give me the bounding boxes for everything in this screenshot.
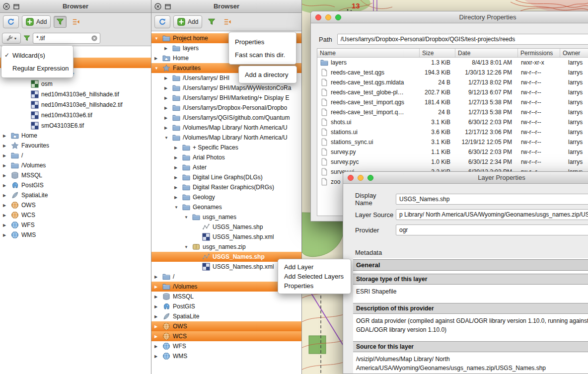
chevron-right-icon[interactable]: ▶	[164, 46, 172, 51]
menu-item-add-selected-layers[interactable]: Add Selected Layers	[278, 272, 351, 281]
chevron-right-icon[interactable]: ▶	[164, 76, 172, 80]
tree-item-postgis[interactable]: ▶PostGIS	[151, 301, 301, 311]
minimize-button[interactable]	[358, 175, 364, 181]
chevron-right-icon[interactable]: ▶	[154, 324, 162, 329]
tree-item-spatialite[interactable]: ▶SpatiaLite	[0, 190, 151, 200]
tree-item-users-larrys-qgis-github-com-quantum[interactable]: ▶/Users/larrys/QGIS/github.com/Quantum	[151, 113, 301, 123]
tree-item-geonames[interactable]: ▼Geonames	[151, 202, 301, 212]
chevron-right-icon[interactable]: ▶	[154, 295, 162, 299]
filter-button[interactable]	[54, 16, 67, 28]
tree-item-wms[interactable]: ▶WMS	[0, 230, 151, 240]
chevron-right-icon[interactable]: ▶	[3, 153, 11, 158]
zoom-button[interactable]	[335, 14, 341, 20]
file-row-reeds-cave-test-import-qgs[interactable]: reeds-cave_test_import.qgs181.4 KiB1/27/…	[317, 97, 588, 107]
chevron-right-icon[interactable]: ▶	[174, 175, 182, 180]
chevron-right-icon[interactable]: ▶	[3, 193, 11, 198]
tree-item-users-larrys-bhi-maps-wywestoncora[interactable]: ▶/Users/larrys/ BHI/Maps/WyWestonCoRa	[151, 83, 301, 93]
chevron-right-icon[interactable]: ▶	[3, 144, 11, 148]
tree-item-volumes-map-library-north-america-u[interactable]: ▶/Volumes/Map Library/ North America/U	[151, 123, 301, 133]
chevron-right-icon[interactable]: ▶	[3, 173, 11, 178]
tree-item-wfs[interactable]: ▶WFS	[0, 220, 151, 230]
chevron-right-icon[interactable]: ▶	[154, 334, 162, 339]
chevron-right-icon[interactable]: ▶	[164, 116, 172, 120]
filter-input[interactable]	[34, 35, 91, 42]
chevron-right-icon[interactable]: ▶	[154, 275, 162, 279]
tree-item-spatialite[interactable]: ▶SpatiaLite	[151, 311, 301, 321]
tree-item-smo43103e6-tif[interactable]: smO43103E6.tif	[0, 120, 151, 131]
close-button[interactable]	[315, 14, 321, 20]
column-header-permissions[interactable]: Permissions	[518, 49, 560, 57]
chevron-right-icon[interactable]: ▶	[174, 195, 182, 200]
chevron-right-icon[interactable]: ▶	[3, 203, 11, 208]
chevron-down-icon[interactable]: ▼	[154, 66, 162, 71]
tree-item-digital-line-graphs-dlgs[interactable]: ▶Digital Line Graphs(DLGs)	[151, 172, 301, 182]
chevron-right-icon[interactable]: ▶	[3, 223, 11, 227]
chevron-right-icon[interactable]: ▶	[3, 163, 11, 168]
chevron-right-icon[interactable]: ▶	[154, 285, 162, 289]
chevron-right-icon[interactable]: ▶	[164, 106, 172, 110]
file-row-survey-py[interactable]: survey.py1.1 KiB6/30/12 2:03 PMrw-r--r--…	[317, 147, 588, 157]
refresh-button[interactable]	[154, 15, 170, 28]
chevron-right-icon[interactable]: ▶	[154, 314, 162, 319]
tree-item-usgs-names-zip[interactable]: ▼usgs_names.zip	[151, 242, 301, 252]
chevron-right-icon[interactable]: ▶	[174, 165, 182, 170]
chevron-down-icon[interactable]: ▼	[174, 205, 182, 210]
file-row-survey-pyc[interactable]: survey.pyc1.0 KiB6/30/12 2:34 PMrw-r--r-…	[317, 157, 588, 167]
chevron-right-icon[interactable]: ▶	[174, 155, 182, 160]
chevron-right-icon[interactable]: ▶	[154, 344, 162, 349]
layer-source-input[interactable]	[396, 209, 588, 220]
file-row-layers[interactable]: layers1.3 KiB8/4/13 8:01 AMrwxr-xr-xlarr…	[317, 58, 588, 68]
tree-item-volumes[interactable]: ▶/Volumes	[0, 160, 151, 170]
file-row-reeds-cave-test-globe-pl[interactable]: reeds-cave_test_globe-pl…202.7 KiB9/12/1…	[317, 87, 588, 97]
menu-item-wildcard-s[interactable]: ✓Wildcard(s)	[1, 49, 73, 62]
chevron-right-icon[interactable]: ▶	[154, 354, 162, 359]
tree-item-ows[interactable]: ▶OWS	[0, 200, 151, 210]
tree-item-osm[interactable]: osm	[0, 78, 151, 89]
menu-item-regular-expression[interactable]: Regular Expression	[1, 62, 73, 75]
tree-item-wms[interactable]: ▶WMS	[151, 351, 301, 361]
chevron-down-icon[interactable]: ▼	[184, 245, 192, 249]
file-row-shots-ui[interactable]: shots.ui3.1 KiB6/30/12 2:03 PMrw-r--r--l…	[317, 117, 588, 127]
dock-float-icon[interactable]	[164, 2, 172, 10]
collapse-all-button[interactable]	[70, 16, 82, 28]
collapse-all-button[interactable]	[221, 16, 234, 28]
chevron-right-icon[interactable]: ▶	[154, 56, 162, 61]
file-row-reeds-cave-test-qgs[interactable]: reeds-cave_test.qgs194.3 KiB1/30/13 12:2…	[317, 68, 588, 77]
add-button[interactable]: Add	[173, 15, 202, 28]
chevron-right-icon[interactable]: ▶	[174, 146, 182, 150]
zoom-button[interactable]	[368, 175, 373, 181]
file-row-stations-ui[interactable]: stations.ui3.6 KiB12/17/12 3:06 PMrw-r--…	[317, 127, 588, 137]
chevron-right-icon[interactable]: ▶	[3, 213, 11, 218]
chevron-right-icon[interactable]: ▶	[3, 233, 11, 237]
tree-item-users-larrys-bhi-marketing-display-e[interactable]: ▶/Users/larrys/ BHI/Marketing/+ Display …	[151, 93, 301, 103]
chevron-down-icon[interactable]: ▼	[184, 215, 192, 220]
file-row-stations-sync-ui[interactable]: stations_sync.ui3.1 KiB12/19/12 12:05 PM…	[317, 137, 588, 147]
dock-float-icon[interactable]	[12, 2, 20, 10]
close-button[interactable]	[348, 175, 354, 181]
column-header-date[interactable]: Date	[455, 49, 518, 57]
display-name-input[interactable]	[396, 194, 588, 205]
chevron-right-icon[interactable]: ▶	[164, 126, 172, 130]
tree-item-row[interactable]: ▶/	[0, 150, 151, 160]
column-header-owner[interactable]: Owner	[560, 49, 588, 57]
tree-item-geology[interactable]: ▶Geology	[151, 192, 301, 202]
column-header-size[interactable]: Size	[420, 49, 455, 57]
file-row-reeds-cave-test-import-q[interactable]: reeds-cave_test_import.q…24 B1/27/13 5:3…	[317, 107, 588, 117]
tree-item-ned10m43103e6-hillshade-tif[interactable]: ned10m43103e6_hillshade.tif	[0, 89, 151, 99]
tree-item-mssql[interactable]: ▶MSSQL	[0, 170, 151, 180]
filter-button[interactable]	[205, 16, 218, 28]
tree-item-postgis[interactable]: ▶PostGIS	[0, 180, 151, 190]
provider-input[interactable]	[396, 224, 588, 235]
chevron-right-icon[interactable]: ▶	[3, 134, 11, 138]
chevron-right-icon[interactable]: ▶	[3, 183, 11, 188]
dock-close-icon[interactable]	[2, 2, 10, 10]
dock-close-icon[interactable]	[154, 2, 162, 10]
chevron-right-icon[interactable]: ▶	[154, 304, 162, 309]
menu-item-fast-scan-this-dir[interactable]: Fast scan this dir.	[229, 48, 296, 61]
chevron-down-icon[interactable]: ▼	[154, 36, 162, 41]
tree-item-aster[interactable]: ▶Aster	[151, 162, 301, 172]
tree-item-usgs-names-shp-xml[interactable]: USGS_Names.shp.xml	[151, 232, 301, 242]
chevron-right-icon[interactable]: ▶	[164, 96, 172, 100]
tree-item-specific-places[interactable]: ▶+ Specific Places	[151, 143, 301, 152]
tree-item-users-larrys-dropbox-personal-dropbo[interactable]: ▶/Users/larrys/Dropbox-Personal/Dropbo	[151, 103, 301, 113]
